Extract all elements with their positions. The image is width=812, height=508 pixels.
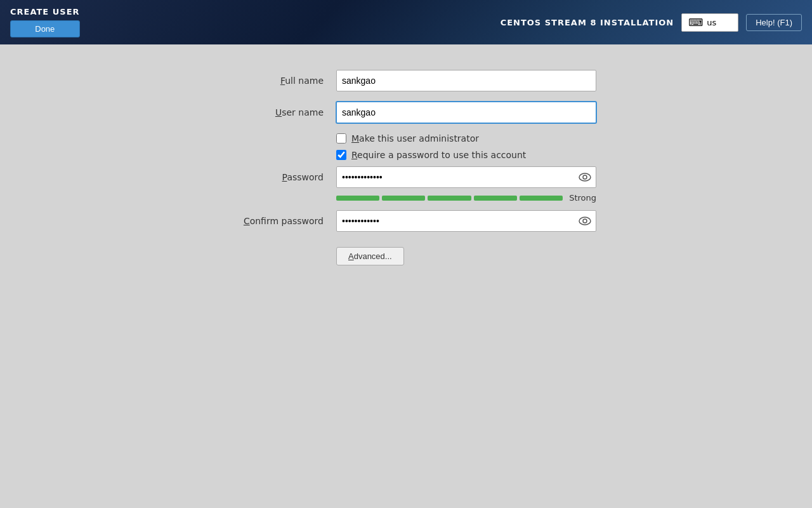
make-admin-label[interactable]: Make this user administrator bbox=[336, 133, 596, 144]
svg-point-1 bbox=[583, 175, 587, 179]
require-password-underline-char: R bbox=[351, 150, 357, 160]
svg-point-0 bbox=[579, 173, 591, 181]
require-password-label[interactable]: Require a password to use this account bbox=[336, 150, 596, 160]
make-admin-underline-char: M bbox=[351, 133, 359, 144]
main-content: Full name User name Make this user admin… bbox=[0, 44, 812, 291]
confirm-password-wrapper bbox=[336, 210, 596, 232]
full-name-label: Full name bbox=[159, 76, 336, 86]
confirm-password-label: Confirm password bbox=[159, 216, 336, 226]
require-password-checkbox[interactable] bbox=[336, 150, 346, 160]
full-name-input[interactable] bbox=[336, 70, 596, 91]
make-admin-label-text: Make this user administrator bbox=[351, 133, 479, 144]
strength-bars bbox=[336, 196, 563, 201]
username-label-rest: ser name bbox=[282, 107, 324, 117]
help-button[interactable]: Help! (F1) bbox=[746, 14, 802, 31]
keyboard-value: us bbox=[707, 18, 716, 27]
strength-bar-2 bbox=[382, 196, 425, 201]
strength-container: Strong bbox=[336, 193, 596, 203]
password-show-button[interactable] bbox=[577, 171, 593, 183]
strength-row: Strong bbox=[159, 193, 653, 203]
svg-point-2 bbox=[579, 217, 591, 225]
page-title: CREATE USER bbox=[10, 7, 80, 17]
advanced-label-rest: dvanced... bbox=[354, 251, 392, 261]
make-admin-row: Make this user administrator bbox=[159, 133, 653, 144]
username-input[interactable] bbox=[336, 102, 596, 123]
header: CREATE USER Done CENTOS STREAM 8 INSTALL… bbox=[0, 0, 812, 44]
username-label: User name bbox=[159, 107, 336, 117]
confirm-password-input[interactable] bbox=[336, 210, 596, 232]
confirm-password-row: Confirm password bbox=[159, 210, 653, 232]
password-label-rest: assword bbox=[287, 172, 324, 182]
password-wrapper bbox=[336, 166, 596, 188]
confirm-password-show-button[interactable] bbox=[577, 215, 593, 227]
form-container: Full name User name Make this user admin… bbox=[159, 70, 653, 265]
require-password-label-text: Require a password to use this account bbox=[351, 150, 526, 160]
installation-title: CENTOS STREAM 8 INSTALLATION bbox=[501, 18, 674, 27]
confirm-password-label-rest: onfirm password bbox=[250, 216, 324, 226]
require-password-label-rest: equire a password to use this account bbox=[357, 150, 526, 160]
header-right: CENTOS STREAM 8 INSTALLATION ⌨ us Help! … bbox=[501, 13, 802, 32]
full-name-label-rest: ull name bbox=[285, 76, 324, 86]
full-name-row: Full name bbox=[159, 70, 653, 91]
advanced-row: Advanced... bbox=[159, 247, 653, 265]
username-row: User name bbox=[159, 102, 653, 123]
strength-bar-5 bbox=[520, 196, 563, 201]
password-input[interactable] bbox=[336, 166, 596, 188]
advanced-underline-char: A bbox=[348, 251, 354, 261]
keyboard-icon: ⌨ bbox=[688, 17, 703, 29]
password-label: Password bbox=[159, 172, 336, 182]
keyboard-selector[interactable]: ⌨ us bbox=[681, 13, 738, 32]
strength-bar-1 bbox=[336, 196, 379, 201]
make-admin-label-rest: ake this user administrator bbox=[359, 133, 479, 144]
advanced-button[interactable]: Advanced... bbox=[336, 247, 404, 265]
strength-bar-3 bbox=[428, 196, 471, 201]
username-underline-char: U bbox=[275, 107, 282, 117]
eye-icon bbox=[579, 173, 591, 182]
confirm-eye-icon bbox=[579, 217, 591, 225]
confirm-password-underline-char: C bbox=[244, 216, 250, 226]
header-left: CREATE USER Done bbox=[10, 7, 80, 37]
require-password-row: Require a password to use this account bbox=[159, 150, 653, 160]
strength-bar-4 bbox=[474, 196, 517, 201]
strength-label: Strong bbox=[569, 193, 596, 203]
svg-point-3 bbox=[583, 219, 587, 223]
make-admin-checkbox[interactable] bbox=[336, 133, 346, 144]
password-row: Password bbox=[159, 166, 653, 188]
done-button[interactable]: Done bbox=[10, 20, 80, 37]
advanced-spacer bbox=[159, 247, 336, 265]
